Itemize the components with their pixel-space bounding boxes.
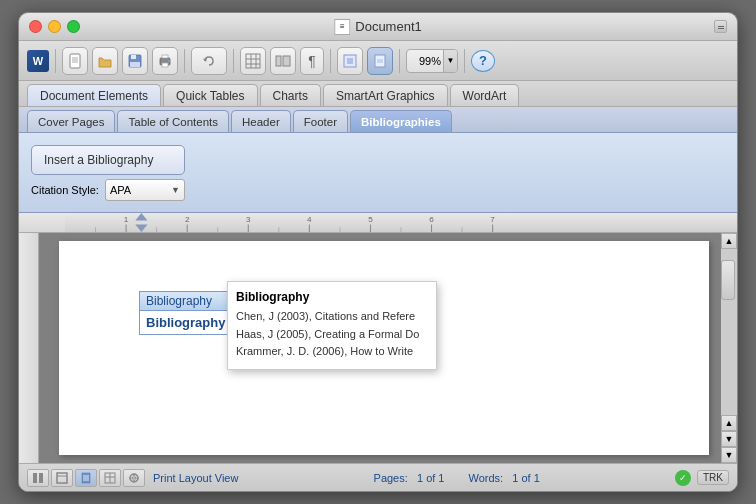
citation-style-select[interactable]: APA ▼: [105, 179, 185, 201]
new-doc-button[interactable]: [62, 47, 88, 75]
svg-rect-55: [57, 473, 67, 483]
tab-smartart[interactable]: SmartArt Graphics: [323, 84, 448, 106]
horizontal-ruler: 1 2 3 4 5 6 7: [19, 213, 737, 233]
undo-button[interactable]: [191, 47, 227, 75]
words-label: Words: 1 of 1: [469, 472, 540, 484]
view-buttons: [27, 469, 145, 487]
toolbar-sep-5: [399, 49, 400, 73]
svg-rect-1: [718, 28, 724, 29]
svg-rect-8: [130, 62, 140, 67]
maximize-button[interactable]: [67, 20, 80, 33]
scroll-thumb[interactable]: [721, 260, 735, 300]
svg-rect-2: [70, 54, 80, 68]
svg-rect-11: [162, 63, 168, 67]
print-button[interactable]: [152, 47, 178, 75]
vertical-ruler: [19, 233, 39, 463]
ribbon-top-tabs: Document Elements Quick Tables Charts Sm…: [19, 81, 737, 107]
scroll-up-small[interactable]: ▲: [721, 415, 737, 431]
paragraph-button[interactable]: ¶: [300, 47, 324, 75]
svg-text:7: 7: [490, 216, 495, 225]
citation-select-arrow: ▼: [171, 185, 180, 195]
svg-rect-0: [718, 26, 724, 27]
scroll-up-button[interactable]: ▲: [721, 233, 737, 249]
svg-text:4: 4: [307, 216, 312, 225]
tab-charts[interactable]: Charts: [260, 84, 321, 106]
traffic-lights: [29, 20, 80, 33]
svg-rect-20: [283, 56, 290, 66]
view-btn-2[interactable]: [51, 469, 73, 487]
svg-text:1: 1: [124, 216, 129, 225]
open-button[interactable]: [92, 47, 118, 75]
doc-icon: ≡: [334, 19, 350, 35]
view2-button[interactable]: [367, 47, 393, 75]
sub-tab-toc[interactable]: Table of Contents: [117, 110, 229, 132]
svg-rect-10: [162, 55, 168, 58]
svg-rect-54: [39, 473, 43, 483]
scroll-track: [721, 249, 737, 415]
bib-item-3[interactable]: Krammer, J. D. (2006), How to Write: [236, 343, 428, 361]
toolbar-sep-6: [464, 49, 465, 73]
svg-rect-14: [246, 54, 260, 68]
main-window: ≡ Document1 W: [18, 12, 738, 492]
title-bar: ≡ Document1: [19, 13, 737, 41]
zoom-box: 99% ▼: [406, 49, 458, 73]
scroll-down-button[interactable]: ▼: [721, 447, 737, 463]
track-changes-badge[interactable]: TRK: [697, 470, 729, 485]
toolbar-sep-3: [233, 49, 234, 73]
bib-item-1[interactable]: Chen, J (2003), Citations and Refere: [236, 308, 428, 326]
svg-point-12: [168, 60, 170, 62]
status-middle: Pages: 1 of 1 Words: 1 of 1: [246, 472, 667, 484]
table-button[interactable]: [240, 47, 266, 75]
toolbar-sep-1: [55, 49, 56, 73]
citation-style-row: Citation Style: APA ▼: [31, 179, 185, 201]
svg-text:6: 6: [429, 216, 434, 225]
ribbon-sub-tabs: Cover Pages Table of Contents Header Foo…: [19, 107, 737, 133]
bibliography-popup: Bibliography Chen, J (2003), Citations a…: [227, 281, 437, 370]
zoom-input[interactable]: 99%: [407, 55, 443, 67]
save-button[interactable]: [122, 47, 148, 75]
svg-marker-13: [203, 58, 207, 62]
view1-button[interactable]: [337, 47, 363, 75]
help-button[interactable]: ?: [471, 50, 495, 72]
tab-document-elements[interactable]: Document Elements: [27, 84, 161, 106]
svg-rect-19: [276, 56, 281, 66]
view-btn-1[interactable]: [27, 469, 49, 487]
sub-tab-cover-pages[interactable]: Cover Pages: [27, 110, 115, 132]
tab-wordart[interactable]: WordArt: [450, 84, 520, 106]
status-right: ✓ TRK: [675, 470, 729, 486]
pages-label: Pages: 1 of 1: [374, 472, 445, 484]
toolbar: W: [19, 41, 737, 81]
close-button[interactable]: [29, 20, 42, 33]
scrollbar-right: ▲ ▲ ▼ ▼: [721, 233, 737, 463]
tab-quick-tables[interactable]: Quick Tables: [163, 84, 257, 106]
bib-popup-title: Bibliography: [236, 290, 428, 304]
status-bar: Print Layout View Pages: 1 of 1 Words: 1…: [19, 463, 737, 491]
bib-item-2[interactable]: Haas, J (2005), Creating a Formal Do: [236, 326, 428, 344]
svg-rect-53: [33, 473, 37, 483]
svg-rect-7: [131, 55, 136, 59]
view-btn-4[interactable]: [99, 469, 121, 487]
svg-text:3: 3: [246, 216, 251, 225]
ribbon-content-area: Insert a Bibliography Citation Style: AP…: [19, 133, 737, 213]
scroll-down-small[interactable]: ▼: [721, 431, 737, 447]
columns-button[interactable]: [270, 47, 296, 75]
toolbar-sep-4: [330, 49, 331, 73]
minimize-button[interactable]: [48, 20, 61, 33]
svg-text:5: 5: [368, 216, 373, 225]
toolbar-sep-2: [184, 49, 185, 73]
sub-tab-footer[interactable]: Footer: [293, 110, 348, 132]
svg-text:2: 2: [185, 216, 190, 225]
bibliography-section: Insert a Bibliography Citation Style: AP…: [31, 145, 185, 201]
view-btn-5[interactable]: [123, 469, 145, 487]
spelling-icon[interactable]: ✓: [675, 470, 691, 486]
sub-tab-bibliographies[interactable]: Bibliographies: [350, 110, 452, 132]
zoom-dropdown-arrow[interactable]: ▼: [443, 49, 457, 73]
sub-tab-header[interactable]: Header: [231, 110, 291, 132]
citation-style-label: Citation Style:: [31, 184, 99, 196]
insert-bibliography-button[interactable]: Insert a Bibliography: [31, 145, 185, 175]
window-resize-button[interactable]: [714, 20, 727, 33]
svg-rect-25: [375, 55, 385, 67]
view-btn-3[interactable]: [75, 469, 97, 487]
word-app-icon: W: [27, 50, 49, 72]
print-layout-view-label: Print Layout View: [153, 472, 238, 484]
